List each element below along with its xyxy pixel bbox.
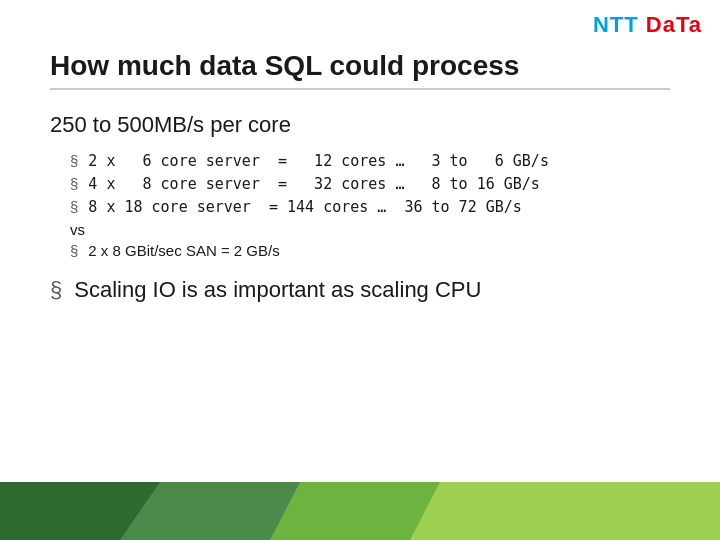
title-divider — [50, 88, 670, 90]
slide-title: How much data SQL could process — [50, 50, 670, 82]
vs-list: 2 x 8 GBit/sec SAN = 2 GB/s — [70, 242, 670, 259]
svg-marker-3 — [410, 482, 720, 540]
list-item: 4 x 8 core server = 32 cores … 8 to 16 G… — [70, 175, 670, 193]
section-heading: 250 to 500MB/s per core — [50, 112, 670, 138]
logo-ntt: NTT — [593, 12, 639, 37]
list-item: 2 x 8 GBit/sec SAN = 2 GB/s — [70, 242, 670, 259]
ntt-data-logo: NTT DaTa — [593, 12, 702, 38]
main-point: Scaling IO is as important as scaling CP… — [50, 277, 670, 303]
logo-data: DaTa — [646, 12, 702, 37]
core-server-list: 2 x 6 core server = 12 cores … 3 to 6 GB… — [70, 152, 670, 216]
list-item: 2 x 6 core server = 12 cores … 3 to 6 GB… — [70, 152, 670, 170]
list-item: 8 x 18 core server = 144 cores … 36 to 7… — [70, 198, 670, 216]
slide: NTT DaTa How much data SQL could process… — [0, 0, 720, 540]
bottom-decoration — [0, 482, 720, 540]
vs-label: vs — [70, 221, 670, 238]
